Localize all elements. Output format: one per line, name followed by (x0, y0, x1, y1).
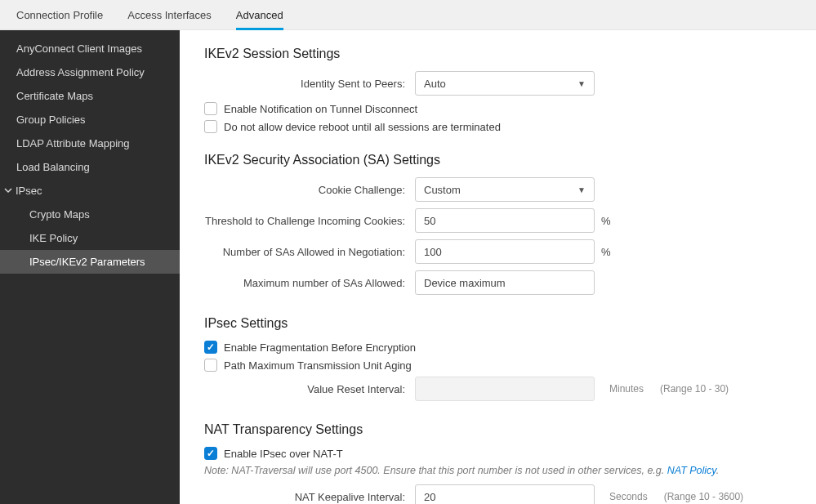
select-cookie-challenge-value: Custom (424, 184, 461, 196)
note-nat-traversal: Note: NAT-Traversal will use port 4500. … (204, 465, 791, 476)
label-threshold: Threshold to Challenge Incoming Cookies: (204, 215, 415, 227)
select-identity[interactable]: Auto ▼ (415, 71, 595, 96)
label-keepalive-unit: Seconds (609, 491, 648, 502)
sidebar-item-address-assignment-policy[interactable]: Address Assignment Policy (0, 60, 180, 84)
heading-ikev2-session: IKEv2 Session Settings (204, 47, 791, 61)
note-nat-suffix: . (716, 465, 719, 476)
main-content: IKEv2 Session Settings Identity Sent to … (180, 30, 816, 504)
tab-connection-profile[interactable]: Connection Profile (16, 0, 103, 30)
checkbox-pmtu-aging[interactable] (204, 359, 217, 372)
caret-down-icon: ▼ (577, 185, 586, 194)
tab-advanced[interactable]: Advanced (236, 0, 283, 30)
sidebar-item-ipsec-ikev2-parameters[interactable]: IPsec/IKEv2 Parameters (0, 250, 180, 274)
heading-ikev2-sa: IKEv2 Security Association (SA) Settings (204, 153, 791, 167)
heading-ipsec: IPsec Settings (204, 316, 791, 331)
sidebar-item-certificate-maps[interactable]: Certificate Maps (0, 84, 180, 108)
sidebar: AnyConnect Client Images Address Assignm… (0, 30, 180, 504)
chevron-down-icon (4, 185, 14, 197)
label-enable-nat-t: Enable IPsec over NAT-T (224, 448, 343, 460)
input-max-sa[interactable] (415, 270, 595, 295)
input-keepalive[interactable] (415, 484, 595, 504)
heading-nat: NAT Transparency Settings (204, 422, 791, 437)
label-enable-fragmentation: Enable Fragmentation Before Encryption (224, 341, 416, 354)
label-sa-negotiation: Number of SAs Allowed in Negotiation: (204, 246, 415, 258)
sidebar-item-ike-policy[interactable]: IKE Policy (0, 226, 180, 250)
sidebar-item-ipsec[interactable]: IPsec (0, 179, 180, 203)
label-pmtu-aging: Path Maximum Transmission Unit Aging (224, 359, 412, 372)
label-enable-notification: Enable Notification on Tunnel Disconnect (224, 103, 417, 115)
checkbox-enable-fragmentation[interactable] (204, 341, 217, 354)
label-identity: Identity Sent to Peers: (204, 78, 415, 90)
sidebar-item-group-policies[interactable]: Group Policies (0, 108, 180, 132)
label-max-sa: Maximum number of SAs Allowed: (204, 277, 415, 289)
label-keepalive: NAT Keepalive Interval: (204, 491, 415, 503)
caret-down-icon: ▼ (577, 79, 586, 88)
sidebar-item-anyconnect-client-images[interactable]: AnyConnect Client Images (0, 37, 180, 60)
input-threshold[interactable] (415, 208, 595, 233)
input-sa-negotiation[interactable] (415, 239, 595, 264)
checkbox-enable-nat-t[interactable] (204, 447, 217, 460)
top-tabbar: Connection Profile Access Interfaces Adv… (0, 0, 816, 30)
tab-access-interfaces[interactable]: Access Interfaces (127, 0, 212, 30)
label-no-reboot: Do not allow device reboot until all ses… (224, 121, 501, 133)
label-keepalive-hint: (Range 10 - 3600) (664, 491, 743, 502)
label-reset-unit: Minutes (609, 383, 644, 395)
link-nat-policy[interactable]: NAT Policy (667, 465, 716, 476)
label-reset-hint: (Range 10 - 30) (660, 383, 729, 395)
label-cookie-challenge: Cookie Challenge: (204, 184, 415, 196)
select-identity-value: Auto (424, 78, 446, 90)
note-nat-prefix: Note: NAT-Traversal will use port 4500. … (204, 465, 667, 476)
checkbox-enable-notification[interactable] (204, 102, 217, 115)
label-reset-interval: Value Reset Interval: (204, 383, 415, 395)
sidebar-item-label: IPsec (16, 185, 42, 197)
sidebar-item-crypto-maps[interactable]: Crypto Maps (0, 203, 180, 226)
checkbox-no-reboot[interactable] (204, 120, 217, 133)
label-threshold-suffix: % (601, 215, 609, 227)
sidebar-item-load-balancing[interactable]: Load Balancing (0, 155, 180, 179)
select-cookie-challenge[interactable]: Custom ▼ (415, 177, 595, 202)
input-reset-interval (415, 377, 595, 401)
label-sa-negotiation-suffix: % (601, 246, 609, 258)
sidebar-item-ldap-attribute-mapping[interactable]: LDAP Attribute Mapping (0, 132, 180, 155)
